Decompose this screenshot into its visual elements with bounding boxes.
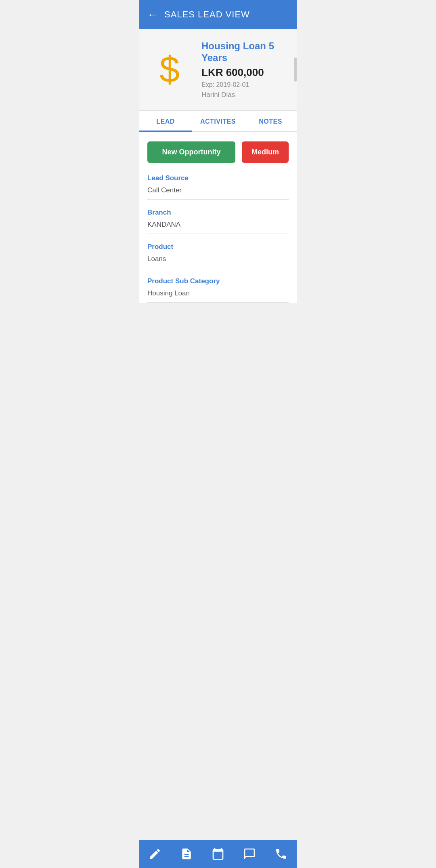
field-branch-value: KANDANA	[147, 221, 289, 234]
field-product-sub-category-value: Housing Loan	[147, 289, 289, 303]
field-lead-source-value: Call Center	[147, 186, 289, 200]
profile-amount: LKR 600,000	[201, 66, 289, 79]
page-title: SALES LEAD VIEW	[164, 9, 250, 20]
new-opportunity-button[interactable]: New Opportunity	[147, 141, 235, 163]
scroll-indicator	[294, 57, 297, 82]
profile-title: Housing Loan 5 Years	[201, 40, 289, 64]
field-product-value: Loans	[147, 255, 289, 268]
field-branch: Branch KANDANA	[147, 209, 289, 234]
field-branch-label: Branch	[147, 209, 289, 217]
lead-content: New Opportunity Medium Lead Source Call …	[139, 132, 297, 303]
field-product-sub-category: Product Sub Category Housing Loan	[147, 277, 289, 303]
dollar-icon: $	[147, 47, 192, 92]
profile-info: Housing Loan 5 Years LKR 600,000 Exp: 20…	[201, 40, 289, 99]
profile-card: $ Housing Loan 5 Years LKR 600,000 Exp: …	[139, 29, 297, 111]
tab-lead[interactable]: LEAD	[139, 111, 192, 131]
field-lead-source-label: Lead Source	[147, 174, 289, 182]
field-product-sub-category-label: Product Sub Category	[147, 277, 289, 285]
back-button[interactable]: ←	[147, 8, 158, 21]
field-product: Product Loans	[147, 243, 289, 268]
profile-expiry: Exp: 2019-02-01	[201, 81, 289, 88]
tabs-bar: LEAD ACTIVITES NOTES	[139, 111, 297, 132]
field-product-label: Product	[147, 243, 289, 251]
field-lead-source: Lead Source Call Center	[147, 174, 289, 200]
tab-activities[interactable]: ACTIVITES	[192, 111, 244, 131]
profile-person: Harini Dias	[201, 91, 289, 99]
action-row: New Opportunity Medium	[147, 140, 289, 163]
header: ← SALES LEAD VIEW	[139, 0, 297, 29]
medium-button[interactable]: Medium	[242, 141, 289, 163]
tab-notes[interactable]: NOTES	[244, 111, 297, 131]
